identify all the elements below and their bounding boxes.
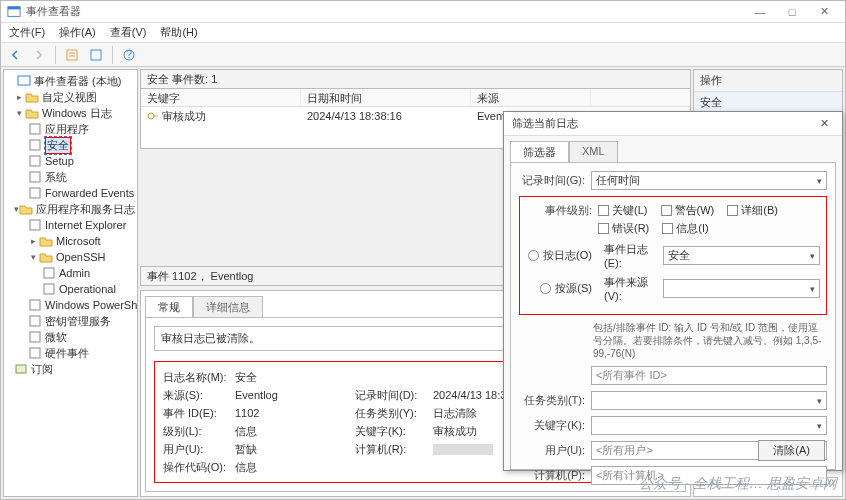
titlebar: 事件查看器 — □ ✕ [1, 1, 845, 23]
svg-rect-15 [44, 268, 54, 278]
actions-header: 操作 [694, 70, 842, 92]
tree-ms2[interactable]: 微软 [6, 329, 135, 345]
maximize-button[interactable]: □ [777, 3, 807, 21]
svg-rect-18 [30, 316, 40, 326]
tab-details[interactable]: 详细信息 [193, 296, 263, 318]
filter-dialog: 筛选当前日志 ✕ 筛选器 XML 记录时间(G): 任何时间▾ 事件级别: 关键… [503, 111, 843, 471]
logged-select[interactable]: 任何时间▾ [591, 171, 827, 190]
svg-rect-10 [30, 140, 40, 150]
svg-rect-5 [91, 50, 101, 60]
svg-rect-14 [30, 220, 40, 230]
svg-rect-19 [30, 332, 40, 342]
svg-rect-9 [30, 124, 40, 134]
tab-general[interactable]: 常规 [145, 296, 193, 318]
menu-action[interactable]: 操作(A) [59, 25, 96, 40]
svg-text:?: ? [126, 48, 132, 60]
back-button[interactable] [5, 45, 25, 65]
tree-ie[interactable]: Internet Explorer [6, 217, 135, 233]
logged-label: 记录时间(G): [519, 173, 591, 188]
cb-info[interactable]: 信息(I) [662, 221, 708, 236]
svg-rect-2 [67, 50, 77, 60]
menu-view[interactable]: 查看(V) [110, 25, 147, 40]
col-keywords[interactable]: 关键字 [141, 89, 301, 106]
dialog-tab-xml[interactable]: XML [569, 141, 618, 163]
svg-rect-13 [30, 188, 40, 198]
menu-help[interactable]: 帮助(H) [160, 25, 197, 40]
tree-powershell[interactable]: Windows PowerShell [6, 297, 135, 313]
event-logs-select[interactable]: 安全▾ [663, 246, 820, 265]
forward-button[interactable] [29, 45, 49, 65]
tree-windows-logs[interactable]: ▾Windows 日志 [6, 105, 135, 121]
cb-critical[interactable]: 关键(L) [598, 203, 647, 218]
keywords-select[interactable]: ▾ [591, 416, 827, 435]
refresh-button[interactable] [86, 45, 106, 65]
tree-setup[interactable]: Setup [6, 153, 135, 169]
dialog-tab-filter[interactable]: 筛选器 [510, 141, 569, 163]
svg-rect-21 [16, 365, 26, 373]
svg-rect-8 [18, 76, 30, 85]
nav-tree[interactable]: 事件查看器 (本地) ▸自定义视图 ▾Windows 日志 应用程序 安全 Se… [3, 69, 138, 497]
cb-warning[interactable]: 警告(W) [661, 203, 715, 218]
col-source[interactable]: 来源 [471, 89, 591, 106]
event-ids-input[interactable]: <所有事件 ID> [591, 366, 827, 385]
tree-openssh[interactable]: ▾OpenSSH [6, 249, 135, 265]
id-hint: 包括/排除事件 ID: 输入 ID 号和/或 ID 范围，使用逗号分隔。若要排除… [593, 321, 827, 360]
svg-rect-11 [30, 156, 40, 166]
svg-rect-16 [44, 284, 54, 294]
event-sources-select[interactable]: ▾ [663, 279, 820, 298]
tree-admin[interactable]: Admin [6, 265, 135, 281]
tree-custom-views[interactable]: ▸自定义视图 [6, 89, 135, 105]
list-header: 关键字 日期和时间 来源 [141, 89, 690, 107]
tree-subscriptions[interactable]: 订阅 [6, 361, 135, 377]
menu-file[interactable]: 文件(F) [9, 25, 45, 40]
close-button[interactable]: ✕ [809, 3, 839, 21]
clear-button[interactable]: 清除(A) [758, 440, 825, 461]
tree-security[interactable]: 安全 [6, 137, 135, 153]
computer-input[interactable]: <所有计算机> [591, 466, 827, 485]
cb-verbose[interactable]: 详细(B) [727, 203, 778, 218]
svg-rect-12 [30, 172, 40, 182]
show-tree-button[interactable] [62, 45, 82, 65]
tree-system[interactable]: 系统 [6, 169, 135, 185]
tree-operational[interactable]: Operational [6, 281, 135, 297]
task-category-select[interactable]: ▾ [591, 391, 827, 410]
menubar: 文件(F) 操作(A) 查看(V) 帮助(H) [1, 23, 845, 43]
svg-rect-17 [30, 300, 40, 310]
tree-root[interactable]: 事件查看器 (本地) [6, 73, 135, 89]
minimize-button[interactable]: — [745, 3, 775, 21]
events-header: 安全 事件数: 1 [140, 69, 691, 89]
svg-rect-1 [8, 6, 20, 9]
tree-app-service-logs[interactable]: ▾应用程序和服务日志 [6, 201, 135, 217]
help-button[interactable]: ? [119, 45, 139, 65]
dialog-close-button[interactable]: ✕ [814, 117, 834, 130]
level-label: 事件级别: [526, 203, 598, 218]
tree-forwarded[interactable]: Forwarded Events [6, 185, 135, 201]
toolbar: ? [1, 43, 845, 67]
radio-by-log[interactable] [528, 250, 539, 261]
app-icon [7, 5, 21, 19]
col-datetime[interactable]: 日期和时间 [301, 89, 471, 106]
radio-by-source[interactable] [540, 283, 551, 294]
dialog-title: 筛选当前日志 [512, 116, 578, 131]
tree-hardware[interactable]: 硬件事件 [6, 345, 135, 361]
tree-keymgmt[interactable]: 密钥管理服务 [6, 313, 135, 329]
window-title: 事件查看器 [26, 4, 745, 19]
key-icon [147, 110, 159, 122]
tree-microsoft[interactable]: ▸Microsoft [6, 233, 135, 249]
cb-error[interactable]: 错误(R) [598, 221, 649, 236]
svg-rect-20 [30, 348, 40, 358]
tree-application[interactable]: 应用程序 [6, 121, 135, 137]
